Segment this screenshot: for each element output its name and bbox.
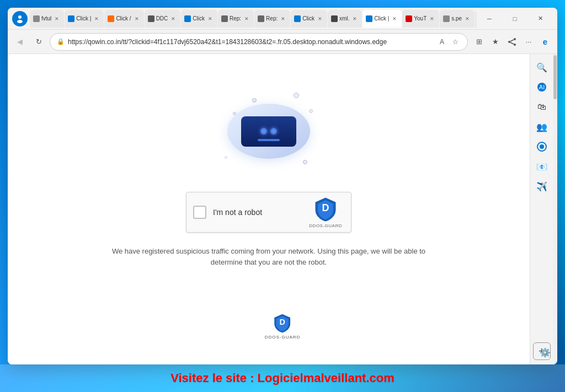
tab-click2[interactable]: Click / ✕ [104,10,143,28]
url-text: https://qowin.co.in/tt/?clickid=4f1c117d… [68,38,433,46]
tab-favicon [184,15,191,22]
tab-xml[interactable]: xml. ✕ [328,10,362,28]
svg-point-11 [540,144,544,149]
svg-point-1 [17,20,23,23]
tab-rep2[interactable]: Rep: ✕ [254,10,290,28]
captcha-left: I'm not a robot [193,206,262,219]
maximize-button[interactable]: □ [502,10,527,28]
robot-face [241,116,296,147]
refresh-button[interactable]: ↻ [31,34,46,50]
svg-point-3 [508,41,510,43]
edge-sidebar-toggle[interactable]: e [537,34,553,50]
footer-brand-text: DDOS-GUARD [265,335,301,340]
tab-close[interactable]: ✕ [391,15,398,23]
tab-group: fvtul ✕ Click | ✕ Click / ✕ DDC ✕ [30,10,477,28]
tab-close[interactable]: ✕ [206,15,214,23]
tab-rep1[interactable]: Rep: ✕ [218,10,254,28]
fav-bar-button[interactable]: ★ [488,34,503,50]
share-button[interactable] [504,34,520,50]
tab-click5[interactable]: Click ✕ [475,10,477,28]
tab-close[interactable]: ✕ [316,15,324,23]
page-content: I'm not a robot D DDOS-GUARD We have reg… [19,65,519,289]
tab-label: Click | [76,15,91,22]
info-text: We have registered suspicious traffic co… [103,246,434,267]
tab-close[interactable]: ✕ [428,15,436,23]
tab-close[interactable]: ✕ [463,15,471,23]
tab-fvtul[interactable]: fvtul ✕ [30,10,64,28]
favorites-icon[interactable]: ☆ [450,36,461,47]
tab-favicon [258,15,264,22]
tab-label: YouT [414,15,427,22]
scrollbar-thumb[interactable] [553,55,557,99]
tab-click-active[interactable]: Click | ✕ [363,10,402,28]
tab-close[interactable]: ✕ [133,15,141,23]
minimize-button[interactable]: ─ [477,10,502,28]
nav-right-buttons: ⊞ ★ ··· e [471,34,553,50]
tab-label: Click | [374,15,389,22]
close-button[interactable]: ✕ [527,10,553,28]
tab-click4[interactable]: Click ✕ [291,10,327,28]
scrollbar[interactable] [553,54,557,364]
tab-close[interactable]: ✕ [351,15,359,23]
svg-point-0 [18,15,22,19]
promo-bar: Visitez le site : Logicielmalveillant.co… [0,364,565,392]
robot-body [227,104,310,159]
promo-text: Visitez le site : Logicielmalveillant.co… [170,371,395,385]
sidebar-telegram-icon[interactable]: ✈️ [533,178,551,195]
window-controls: ─ □ ✕ [477,10,553,28]
tab-favicon [366,15,372,22]
robot-mouth [258,139,280,141]
tab-click3[interactable]: Click ✕ [181,10,217,28]
more-button[interactable]: ··· [521,34,536,50]
sidebar-search-icon[interactable]: 🔍 [533,58,551,76]
tab-label: fvtul [41,15,51,22]
tab-label: Click [193,15,205,22]
tab-close[interactable]: ✕ [279,15,287,23]
svg-text:D: D [322,202,329,213]
captcha-label: I'm not a robot [213,208,262,217]
tab-youtube[interactable]: YouT ✕ [402,10,439,28]
tab-label: xml. [339,15,349,22]
svg-text:AI: AI [539,84,544,90]
tab-close[interactable]: ✕ [93,15,100,23]
sidebar-copilot-icon[interactable]: AI [533,78,551,96]
svg-point-2 [514,38,516,40]
tab-close[interactable]: ✕ [243,15,250,23]
address-bar-icons: A ☆ [436,36,461,47]
footer-ddos-shield-icon: D [274,313,291,334]
tab-label: Rep: [230,15,241,22]
tab-label: Rep: [266,15,278,22]
sidebar-circle-icon[interactable] [533,138,551,155]
sidebar-games-icon[interactable]: 👥 [533,118,551,136]
sidebar-shopping-icon[interactable]: 🛍 [533,98,551,116]
tab-favicon [406,15,412,22]
browser-settings-icon[interactable]: ⚙️ [537,345,553,360]
tab-label: DDC [156,15,168,22]
sidebar-outlook-icon[interactable]: 📧 [533,158,551,175]
profile-icon[interactable] [12,11,28,26]
lock-icon: 🔒 [57,38,65,45]
tab-bar: fvtul ✕ Click | ✕ Click / ✕ DDC ✕ [12,10,477,28]
tab-label: Click [302,15,315,22]
tab-favicon [443,15,450,22]
tab-label: s.pe [451,15,462,22]
tab-spe[interactable]: s.pe ✕ [440,10,475,28]
captcha-checkbox[interactable] [193,206,206,219]
title-bar: fvtul ✕ Click | ✕ Click / ✕ DDC ✕ [8,8,557,30]
tab-click1[interactable]: Click | ✕ [65,10,104,28]
tab-close[interactable]: ✕ [169,15,177,23]
robot-eye-left [260,128,267,135]
tab-favicon [221,15,228,22]
tab-ddc[interactable]: DDC ✕ [145,10,181,28]
tab-label: Click / [116,15,131,22]
read-aloud-icon[interactable]: A [436,36,447,47]
tab-favicon [108,15,114,22]
collections-button[interactable]: ⊞ [471,34,487,50]
ddos-brand-text-captcha: DDOS-GUARD [309,223,342,228]
address-bar[interactable]: 🔒 https://qowin.co.in/tt/?clickid=4f1c11… [50,33,468,51]
robot-illustration [208,82,329,181]
tab-close[interactable]: ✕ [53,15,61,23]
back-button[interactable]: ◀ [12,34,28,50]
footer-logo: D DDOS-GUARD [265,313,301,340]
edge-sidebar: 🔍 AI 🛍 👥 📧 ✈️ + [530,54,553,364]
